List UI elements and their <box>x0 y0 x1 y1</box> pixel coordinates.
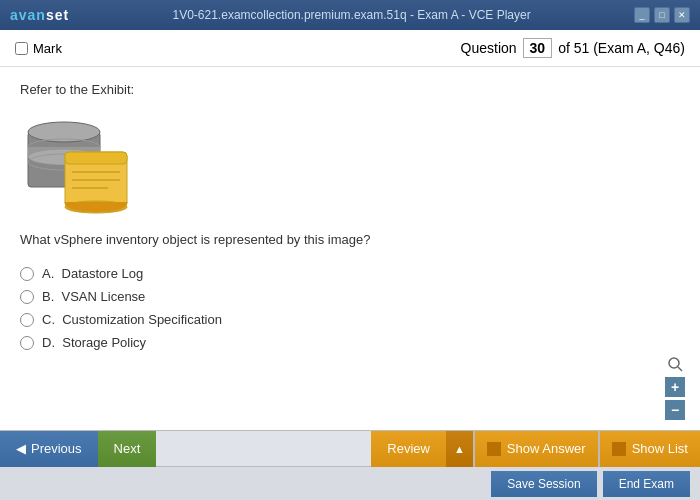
title-bar-controls[interactable]: _ □ ✕ <box>634 7 690 23</box>
question-text: What vSphere inventory object is represe… <box>20 232 680 247</box>
refer-text: Refer to the Exhibit: <box>20 82 680 97</box>
close-button[interactable]: ✕ <box>674 7 690 23</box>
option-b-label: B. VSAN License <box>42 289 145 304</box>
option-d-label: D. Storage Policy <box>42 335 146 350</box>
zoom-out-button[interactable]: − <box>665 400 685 420</box>
option-d[interactable]: D. Storage Policy <box>20 331 680 354</box>
option-b[interactable]: B. VSAN License <box>20 285 680 308</box>
title-bar-left: avanset <box>10 7 69 23</box>
svg-line-14 <box>678 367 682 371</box>
question-info: Question 30 of 51 (Exam A, Q46) <box>461 38 685 58</box>
main-area: Mark Question 30 of 51 (Exam A, Q46) Ref… <box>0 30 700 500</box>
option-b-radio[interactable] <box>20 290 34 304</box>
zoom-controls: + − <box>665 354 685 420</box>
option-c-label: C. Customization Specification <box>42 312 222 327</box>
mark-label: Mark <box>33 41 62 56</box>
review-button[interactable]: Review <box>371 431 446 467</box>
exhibit-image: avanset <box>20 107 150 217</box>
option-a-radio[interactable] <box>20 267 34 281</box>
option-c-radio[interactable] <box>20 313 34 327</box>
logo: avanset <box>10 7 69 23</box>
title-bar-title: 1V0-621.examcollection.premium.exam.51q … <box>69 8 634 22</box>
svg-rect-8 <box>65 152 127 164</box>
question-number: 30 <box>523 38 553 58</box>
option-a[interactable]: A. Datastore Log <box>20 262 680 285</box>
show-list-icon <box>612 442 626 456</box>
option-c[interactable]: C. Customization Specification <box>20 308 680 331</box>
question-total: of 51 (Exam A, Q46) <box>558 40 685 56</box>
mark-input[interactable] <box>15 42 28 55</box>
show-answer-icon <box>487 442 501 456</box>
option-a-label: A. Datastore Log <box>42 266 143 281</box>
zoom-in-button[interactable]: + <box>665 377 685 397</box>
previous-button[interactable]: ◀ Previous <box>0 431 98 467</box>
question-header: Mark Question 30 of 51 (Exam A, Q46) <box>0 30 700 67</box>
next-button[interactable]: Next <box>98 431 157 467</box>
prev-arrow: ◀ <box>16 441 26 456</box>
review-arrow-button[interactable]: ▲ <box>446 431 473 467</box>
svg-point-13 <box>669 358 679 368</box>
maximize-button[interactable]: □ <box>654 7 670 23</box>
options-list: A. Datastore Log B. VSAN License C. Cust… <box>20 262 680 354</box>
bottom-row2: Save Session End Exam <box>0 466 700 500</box>
mark-checkbox[interactable]: Mark <box>15 41 62 56</box>
bottom-toolbar: ◀ Previous Next Review ▲ Show Answer Sho… <box>0 430 700 500</box>
show-list-button[interactable]: Show List <box>600 431 700 467</box>
zoom-search-icon[interactable] <box>665 354 685 374</box>
bottom-row1: ◀ Previous Next Review ▲ Show Answer Sho… <box>0 430 700 466</box>
question-label: Question <box>461 40 517 56</box>
option-d-radio[interactable] <box>20 336 34 350</box>
show-answer-button[interactable]: Show Answer <box>475 431 598 467</box>
question-content: Refer to the Exhibit: avanset <box>0 67 700 430</box>
minimize-button[interactable]: _ <box>634 7 650 23</box>
title-bar: avanset 1V0-621.examcollection.premium.e… <box>0 0 700 30</box>
save-session-button[interactable]: Save Session <box>491 471 596 497</box>
end-exam-button[interactable]: End Exam <box>603 471 690 497</box>
